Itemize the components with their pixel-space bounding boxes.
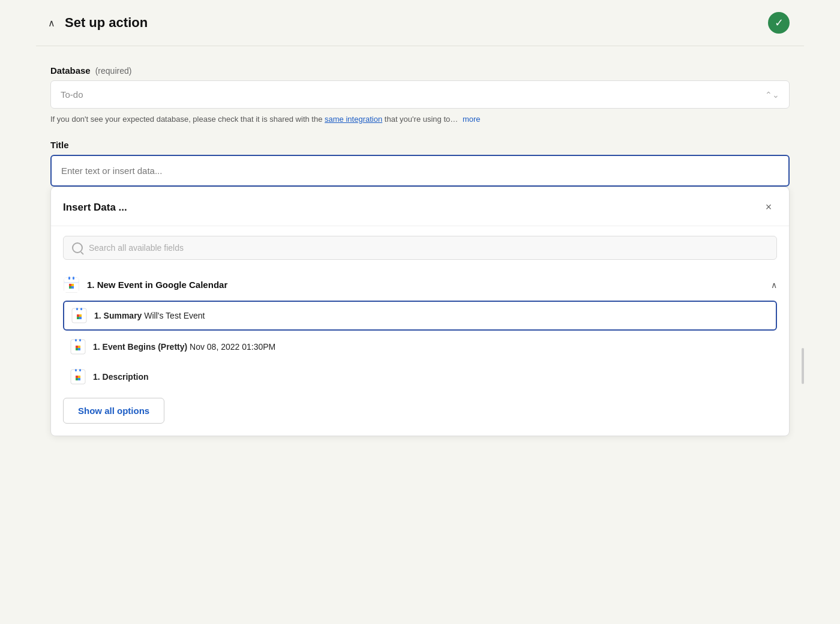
svg-rect-2 (68, 277, 70, 280)
list-item[interactable]: 1. Summary Will's Test Event (63, 301, 777, 331)
success-checkmark-icon: ✓ (768, 12, 790, 34)
svg-rect-16 (79, 369, 81, 371)
calendar-collapse-icon: ∧ (771, 280, 777, 290)
insert-data-title: Insert Data ... (63, 202, 127, 214)
google-calendar-icon (63, 277, 80, 293)
search-placeholder-text: Search all available fields (89, 243, 184, 253)
svg-rect-12 (79, 339, 81, 341)
database-select-value: To-do (61, 89, 83, 100)
list-item[interactable]: 1. Description (63, 363, 777, 391)
svg-rect-11 (75, 339, 77, 341)
calendar-section-title: 1. New Event in Google Calendar (87, 280, 227, 290)
same-integration-link[interactable]: same integration (325, 115, 382, 124)
search-icon (72, 242, 83, 253)
calendar-header-left: 1. New Event in Google Calendar (63, 277, 227, 293)
google-calendar-item-icon (70, 339, 86, 355)
title-field-section: Title (50, 140, 790, 187)
main-content: Database (required) To-do ⌃⌄ If you don'… (36, 46, 804, 451)
database-label-row: Database (required) (50, 65, 790, 76)
search-input-wrapper[interactable]: Search all available fields (63, 236, 777, 260)
calendar-section: 1. New Event in Google Calendar ∧ (51, 269, 789, 436)
google-calendar-item-icon (70, 369, 86, 385)
database-field-section: Database (required) To-do ⌃⌄ If you don'… (50, 65, 790, 125)
insert-data-panel: Insert Data ... × Search all available f… (50, 187, 790, 436)
collapse-chevron-icon[interactable]: ∧ (46, 17, 58, 29)
scrollbar[interactable] (802, 348, 804, 384)
page-title: Set up action (65, 15, 148, 31)
google-calendar-item-icon (71, 308, 87, 323)
database-required: (required) (95, 66, 132, 76)
svg-rect-7 (76, 308, 78, 310)
database-select[interactable]: To-do ⌃⌄ (50, 80, 790, 109)
setup-action-header: ∧ Set up action ✓ (36, 0, 804, 46)
svg-rect-1 (64, 278, 79, 282)
svg-rect-8 (80, 308, 82, 310)
close-button[interactable]: × (760, 199, 777, 216)
show-all-options-button[interactable]: Show all options (63, 398, 164, 424)
list-item[interactable]: 1. Event Begins (Pretty) Nov 08, 2022 01… (63, 333, 777, 361)
insert-data-header: Insert Data ... × (51, 187, 789, 226)
calendar-section-header[interactable]: 1. New Event in Google Calendar ∧ (63, 269, 777, 301)
list-item-text: 1. Event Begins (Pretty) Nov 08, 2022 01… (93, 342, 275, 352)
title-input[interactable] (50, 155, 790, 187)
database-label: Database (50, 65, 91, 76)
database-hint: If you don't see your expected database,… (50, 113, 790, 125)
header-left: ∧ Set up action (46, 15, 148, 31)
list-item-text: 1. Summary Will's Test Event (94, 311, 205, 320)
svg-rect-15 (75, 369, 77, 371)
title-label: Title (50, 140, 790, 150)
list-item-text: 1. Description (93, 372, 149, 382)
search-container: Search all available fields (51, 226, 789, 269)
svg-rect-3 (73, 277, 74, 280)
select-chevron-icon: ⌃⌄ (765, 90, 779, 100)
more-link[interactable]: more (463, 115, 481, 124)
